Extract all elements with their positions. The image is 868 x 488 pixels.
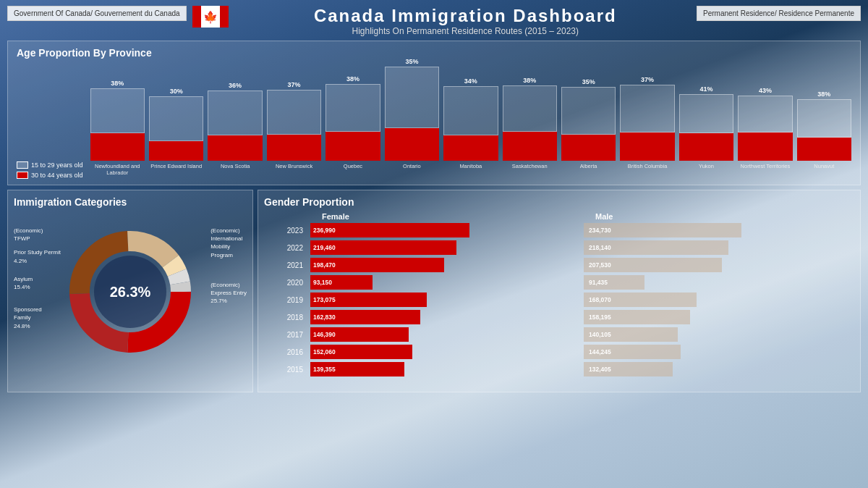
bar-percent: 30% bbox=[170, 88, 183, 95]
male-bar: 140,105 bbox=[584, 327, 678, 342]
bar bbox=[620, 85, 674, 161]
donut-labels-left: (Economic)TFWP Prior Study Permit4.2% As… bbox=[14, 227, 61, 330]
bar-wrapper: 37% bbox=[267, 81, 321, 161]
female-bar-cell: 219,460 bbox=[310, 240, 581, 256]
year-label: 2021 bbox=[264, 261, 307, 269]
legend-item-young: 15 to 29 years old bbox=[17, 161, 83, 169]
bar-wrapper: 38% bbox=[90, 80, 145, 161]
female-value: 173,075 bbox=[313, 296, 336, 303]
bar-top bbox=[443, 86, 498, 135]
bar bbox=[90, 88, 145, 161]
male-bar: 234,730 bbox=[584, 223, 741, 237]
female-value: 152,060 bbox=[313, 348, 336, 356]
header-right: Permanent Residence/ Residence Permanent… bbox=[697, 6, 861, 21]
female-value: 139,355 bbox=[313, 366, 336, 373]
legend-label-older: 30 to 44 years old bbox=[31, 172, 83, 179]
bar-group: 43% Northwest Territories bbox=[738, 87, 792, 179]
bar-wrapper: 34% bbox=[443, 77, 498, 161]
male-bar: 158,195 bbox=[584, 310, 690, 324]
bar-group: 35% Ontario bbox=[385, 58, 439, 179]
bar-bottom bbox=[267, 135, 321, 161]
bar-wrapper: 38% bbox=[797, 91, 851, 161]
bar bbox=[326, 84, 380, 161]
female-bar: 198,470 bbox=[310, 258, 444, 272]
bar-top bbox=[738, 96, 792, 132]
bar-bottom bbox=[149, 141, 203, 161]
bar bbox=[738, 96, 792, 161]
bar-label: Saskatchewan bbox=[512, 163, 548, 179]
gender-row: 2019 173,075 168,070 bbox=[264, 292, 854, 308]
female-bar: 236,990 bbox=[310, 223, 469, 237]
gender-row: 2021 198,470 207,530 bbox=[264, 257, 854, 273]
bars-container: 38% Newfoundland and Labrador 30% Prince… bbox=[90, 74, 851, 179]
female-col-header: Female bbox=[307, 212, 581, 221]
bar-percent: 37% bbox=[641, 76, 654, 83]
male-value: 168,070 bbox=[589, 296, 611, 303]
immigration-categories: Immigration Categories (Economic)TFWP Pr… bbox=[7, 190, 253, 392]
year-label: 2016 bbox=[264, 348, 307, 356]
bar-percent: 35% bbox=[405, 58, 418, 65]
bar-percent: 38% bbox=[111, 80, 124, 87]
bar-wrapper: 43% bbox=[738, 87, 792, 161]
label-express: (Economic)Express Entry25.7% bbox=[210, 281, 247, 306]
bar-group: 38% Saskatchewan bbox=[503, 77, 557, 179]
bar-top bbox=[208, 91, 262, 135]
bar-label: Nova Scotia bbox=[221, 163, 250, 179]
bar bbox=[385, 67, 439, 161]
year-label: 2015 bbox=[264, 366, 307, 374]
female-bar: 139,355 bbox=[310, 362, 404, 376]
donut-percent: 26.3% bbox=[110, 284, 151, 300]
male-value: 144,245 bbox=[589, 348, 611, 356]
bar-label: British Columbia bbox=[628, 163, 668, 179]
bar-group: 37% New Brunswick bbox=[267, 81, 321, 179]
bar-group: 30% Prince Edward Island bbox=[149, 88, 203, 179]
female-value: 146,390 bbox=[313, 331, 336, 338]
female-bar: 219,460 bbox=[310, 240, 456, 255]
year-label: 2022 bbox=[264, 244, 307, 252]
year-label: 2018 bbox=[264, 314, 307, 321]
year-label: 2017 bbox=[264, 331, 307, 339]
bar-percent: 41% bbox=[699, 85, 712, 93]
imm-title: Immigration Categories bbox=[14, 196, 247, 208]
legend-box-young bbox=[17, 161, 28, 169]
bar-bottom bbox=[797, 138, 851, 161]
age-legend: 15 to 29 years old 30 to 44 years old bbox=[17, 161, 83, 179]
bar-label: Northwest Territories bbox=[741, 163, 791, 179]
bar bbox=[267, 90, 321, 161]
female-bar: 93,150 bbox=[310, 275, 373, 290]
bar-group: 37% British Columbia bbox=[620, 76, 674, 179]
bar-bottom bbox=[90, 133, 145, 161]
bar-wrapper: 35% bbox=[561, 78, 616, 161]
bar-bottom bbox=[208, 135, 262, 161]
gender-row: 2017 146,390 140,105 bbox=[264, 327, 854, 342]
bar-top bbox=[149, 96, 203, 141]
bar bbox=[503, 85, 557, 161]
header-title: Canada Immigration Dashboard Highlights … bbox=[234, 6, 697, 36]
svg-rect-2 bbox=[220, 6, 229, 28]
bar-top bbox=[326, 84, 380, 132]
bar-wrapper: 38% bbox=[503, 77, 557, 161]
gender-rows: 2023 236,990 234,730 2022 219,460 218 bbox=[264, 222, 854, 377]
donut-labels-right: (Economic)InternationalMobilityProgram (… bbox=[210, 227, 247, 305]
female-bar-cell: 139,355 bbox=[310, 361, 581, 377]
male-bar-cell: 144,245 bbox=[584, 344, 854, 360]
bar-wrapper: 41% bbox=[679, 85, 733, 161]
male-bar: 144,245 bbox=[584, 345, 681, 359]
bar-group: 36% Nova Scotia bbox=[208, 82, 262, 179]
bar bbox=[208, 91, 262, 161]
bar-percent: 38% bbox=[817, 91, 830, 98]
male-bar: 218,140 bbox=[584, 240, 728, 255]
female-value: 198,470 bbox=[313, 261, 336, 269]
bar-percent: 38% bbox=[346, 75, 359, 83]
female-bar-cell: 162,830 bbox=[310, 309, 581, 325]
bar-bottom bbox=[443, 135, 498, 161]
donut-section: (Economic)TFWP Prior Study Permit4.2% As… bbox=[14, 212, 247, 371]
male-value: 140,105 bbox=[589, 331, 611, 338]
male-bar: 207,530 bbox=[584, 258, 722, 272]
label-family: SponsoredFamily24.8% bbox=[14, 306, 61, 330]
male-value: 158,195 bbox=[589, 314, 611, 321]
label-intl-mobility: (Economic)InternationalMobilityProgram bbox=[210, 227, 247, 259]
age-section-title: Age Proportion By Province bbox=[17, 47, 851, 59]
year-label: 2020 bbox=[264, 279, 307, 287]
dashboard-subtitle: Highlights On Permanent Residence Routes… bbox=[234, 26, 697, 36]
